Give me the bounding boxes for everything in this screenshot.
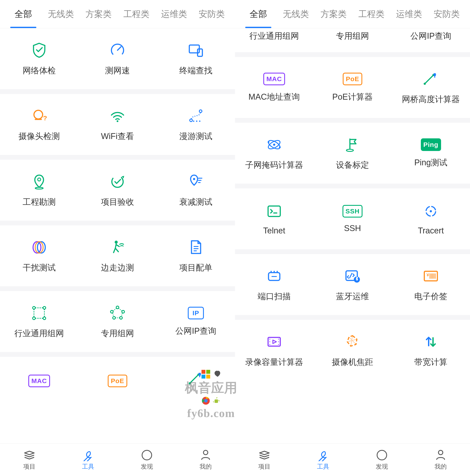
tool-bluetooth[interactable]: 蓝牙运维 [313,254,392,315]
roam-test-icon [187,107,205,125]
tools-content-right: 行业通用组网专用组网公网IP查询 MAC MAC地址查询 PoE PoE计算器 … [235,28,470,443]
tab-security[interactable]: 安防类 [193,0,231,28]
tool-roam-test[interactable]: 漫游测试 [157,94,235,155]
tool-mac[interactable]: MAC [0,357,78,390]
nav-tools[interactable]: 工具 [294,443,352,476]
nav-label: 我的 [200,462,212,471]
tool-survey[interactable]: 工程勘测 [0,160,78,221]
tool-subnet[interactable]: 子网掩码计算器 [235,123,313,184]
tool-calib[interactable]: 设备标定 [313,123,392,184]
tool-toplabel-1[interactable]: 专用组网 [313,28,392,52]
tools-content-left: 网络体检 测网速 终端查找 摄像头检测 WiFi查看 漫游测试 工程勘测 项目验… [0,28,235,443]
tool-wifi-view[interactable]: WiFi查看 [78,94,157,155]
tool-ping[interactable]: Ping Ping测试 [392,123,470,184]
tool-label: 工程勘测 [23,196,56,207]
tab-engineering[interactable]: 工程类 [118,0,155,28]
tab-security[interactable]: 安防类 [428,0,466,28]
tool-terminal-find[interactable]: 终端查找 [157,28,235,89]
bluetooth-icon [344,267,361,285]
tool-label: 带宽计算 [414,357,447,368]
topo-icon [31,304,48,322]
tool-label: 专用组网 [336,31,369,42]
bandwidth-icon [422,333,439,351]
tool-speed-test[interactable]: 测网速 [78,28,157,89]
nav-label: 项目 [23,462,35,471]
tool-camera-detect[interactable]: 摄像头检测 [0,94,78,155]
walk-test-icon [109,239,126,256]
bottom-nav: 项目 工具 发现 我的 [235,443,470,476]
bridge-icon [422,70,439,88]
tool-label: Tracert [418,226,444,235]
tool-atten[interactable]: 衰减测试 [157,160,235,221]
nav-project[interactable]: 项目 [0,443,59,476]
tool-label: 干扰测试 [23,262,56,273]
tab-all[interactable]: 全部 [4,0,42,28]
tool-bridge[interactable] [157,357,235,390]
tab-wireless[interactable]: 无线类 [277,0,315,28]
poe-badge-icon: PoE [108,375,127,387]
project-nav-icon [23,449,35,461]
tab-ops[interactable]: 运维类 [390,0,428,28]
camera-detect-icon [31,107,48,125]
tool-poe[interactable]: PoE PoE计算器 [313,57,392,118]
nav-project[interactable]: 项目 [235,443,294,476]
nav-mine[interactable]: 我的 [411,443,470,476]
bom-icon [187,239,205,256]
tool-label: Telnet [263,226,285,235]
tab-engineering[interactable]: 工程类 [352,0,390,28]
tool-telnet[interactable]: Telnet [235,188,313,249]
mine-nav-icon [435,449,447,461]
tool-record[interactable]: 录像容量计算器 [235,320,313,381]
nav-tools[interactable]: 工具 [59,443,118,476]
tool-group: 行业通用组网 专用组网 IP 公网IP查询 [0,291,235,352]
section-divider [0,286,235,291]
tab-solution[interactable]: 方案类 [80,0,118,28]
tab-wireless[interactable]: 无线类 [42,0,80,28]
tool-label: 录像容量计算器 [245,357,303,368]
tool-focal[interactable]: 摄像机焦距 [313,320,392,381]
tools-nav-icon [317,449,329,461]
tool-net-check[interactable]: 网络体检 [0,28,78,89]
nav-mine[interactable]: 我的 [176,443,235,476]
tool-ip[interactable]: IP 公网IP查询 [157,291,235,352]
tab-solution[interactable]: 方案类 [315,0,352,28]
survey-icon [31,173,48,190]
tool-tracert[interactable]: Tracert [392,188,470,249]
section-divider [235,249,470,254]
tab-all[interactable]: 全部 [239,0,277,28]
section-divider [235,184,470,188]
nav-discover[interactable]: 发现 [352,443,411,476]
tool-interf[interactable]: 干扰测试 [0,225,78,286]
tool-walk-test[interactable]: 边走边测 [78,225,157,286]
tab-ops[interactable]: 运维类 [155,0,193,28]
tool-bridge[interactable]: 网桥高度计算器 [392,57,470,118]
tool-label: 设备标定 [336,159,369,170]
tool-bandwidth[interactable]: 带宽计算 [392,320,470,381]
eprice-icon [422,267,439,285]
bottom-nav: 项目 工具 发现 我的 [0,443,235,476]
terminal-find-icon [187,42,205,59]
tool-toplabel-2[interactable]: 公网IP查询 [392,28,470,52]
screen-right: 全部 无线类 方案类 工程类 运维类 安防类 行业通用组网专用组网公网IP查询 … [235,0,470,476]
record-icon [265,333,283,351]
section-divider [0,89,235,94]
tool-mac[interactable]: MAC MAC地址查询 [235,57,313,118]
tool-ssh[interactable]: SSH SSH [313,188,392,249]
tool-topo[interactable]: 行业通用组网 [0,291,78,352]
tool-portscan[interactable]: 端口扫描 [235,254,313,315]
project-nav-icon [258,449,270,461]
tool-label: 网桥高度计算器 [402,94,460,105]
tool-label: 公网IP查询 [175,325,216,337]
tool-eprice[interactable]: 电子价签 [392,254,470,315]
tool-group-partial: MAC PoE [0,357,235,390]
tool-label: 公网IP查询 [410,31,451,42]
tool-topo2[interactable]: 专用组网 [78,291,157,352]
tool-label: 专用组网 [101,328,134,339]
tool-poe[interactable]: PoE [78,357,157,390]
tool-accept[interactable]: 项目验收 [78,160,157,221]
mine-nav-icon [200,449,212,461]
tool-bom[interactable]: 项目配单 [157,225,235,286]
nav-discover[interactable]: 发现 [118,443,176,476]
nav-label: 工具 [317,462,329,471]
tool-toplabel-0[interactable]: 行业通用组网 [235,28,313,52]
